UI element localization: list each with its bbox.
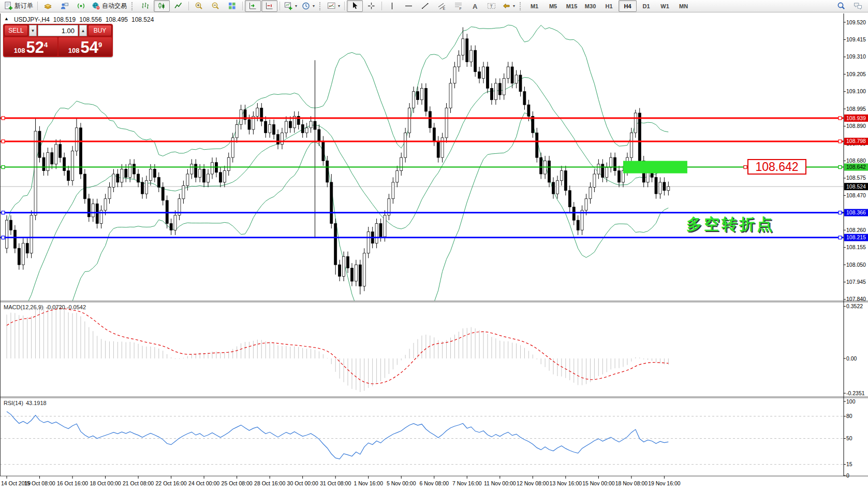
volume-input[interactable]	[38, 25, 78, 36]
text-icon: A	[470, 2, 479, 10]
crosshair-button[interactable]	[363, 0, 379, 12]
svg-text:15 Nov 00:00: 15 Nov 00:00	[582, 480, 615, 486]
cursor-button[interactable]	[347, 0, 363, 12]
svg-text:22 Oct 16:00: 22 Oct 16:00	[156, 480, 187, 486]
svg-text:108.995: 108.995	[846, 106, 866, 112]
ask-pips: 54	[80, 40, 98, 54]
cursor-icon	[350, 2, 359, 10]
svg-text:0: 0	[846, 472, 849, 479]
sell-price[interactable]: 108 52 4	[4, 37, 57, 56]
bid-point: 4	[44, 41, 48, 49]
open-value: 108.519	[53, 16, 76, 23]
toolbar-separator	[279, 2, 280, 10]
indicators-button[interactable]: ▾	[325, 0, 342, 12]
zoom-out-icon	[211, 2, 220, 10]
chart-profiles-button[interactable]: ▾	[300, 0, 317, 12]
hline-button[interactable]	[401, 0, 417, 12]
svg-text:109.520: 109.520	[846, 19, 866, 25]
tile-windows-button[interactable]	[224, 0, 240, 12]
chart-canvas[interactable]: 109.520109.415109.310109.205109.100108.9…	[0, 13, 868, 490]
timeframe-m5-button[interactable]: M5	[544, 0, 562, 12]
timeframe-w1-button[interactable]: W1	[656, 0, 674, 12]
channel-button[interactable]: E	[434, 0, 450, 12]
svg-text:12 Nov 08:00: 12 Nov 08:00	[517, 480, 549, 486]
toolbar-separator	[37, 2, 38, 10]
svg-text:28 Oct 16:00: 28 Oct 16:00	[254, 480, 285, 486]
timeframe-m15-button[interactable]: M15	[563, 0, 581, 12]
bar-chart-button[interactable]	[137, 0, 153, 12]
timeframe-m1-button[interactable]: M1	[525, 0, 543, 12]
svg-text:108.260: 108.260	[846, 227, 866, 233]
timeframe-d1-button[interactable]: D1	[637, 0, 655, 12]
zoom-out-button[interactable]	[208, 0, 224, 12]
timeframe-m30-button[interactable]: M30	[581, 0, 599, 12]
buy-price[interactable]: 108 54 9	[58, 37, 112, 56]
candles-layer	[6, 27, 670, 295]
low-value: 108.495	[106, 16, 128, 23]
bars-icon	[141, 2, 150, 10]
svg-text:-0.2351: -0.2351	[846, 390, 865, 396]
buy-button[interactable]: BUY	[88, 25, 112, 36]
label-button[interactable]: T	[483, 0, 499, 12]
chat-button[interactable]	[850, 0, 866, 12]
green-zone-rectangle[interactable]	[623, 161, 687, 174]
text-button[interactable]: A	[467, 0, 483, 12]
auto-scroll-button[interactable]	[245, 0, 261, 12]
arrows-button[interactable]: ▾	[500, 0, 517, 12]
sell-button[interactable]: SELL	[4, 25, 28, 36]
svg-text:80: 80	[846, 413, 852, 419]
ask-figure: 108	[68, 47, 80, 54]
volume-down-button[interactable]: ▼	[29, 25, 37, 36]
hline-icon	[404, 2, 413, 10]
rsi-line	[7, 412, 668, 459]
trendline-button[interactable]	[417, 0, 433, 12]
svg-text:15 Oct 08:00: 15 Oct 08:00	[24, 480, 55, 486]
macd-name: MACD(12,26,9)	[4, 304, 43, 310]
timeframe-h1-button[interactable]: H1	[600, 0, 618, 12]
bid-figure: 108	[14, 47, 25, 54]
market-watch-button[interactable]	[40, 0, 56, 12]
timeframe-h4-button[interactable]: H4	[619, 0, 637, 12]
signals-button[interactable]	[73, 0, 89, 12]
autotrade-button[interactable]: 自动交易	[90, 0, 129, 12]
main-price-pane	[0, 25, 844, 469]
crosshair-icon	[367, 2, 376, 10]
navigator-button[interactable]	[56, 0, 72, 12]
collapse-panel-icon[interactable]: ▲	[4, 16, 9, 23]
new-chart-button[interactable]: ▾	[282, 0, 299, 12]
zoom-in-button[interactable]	[191, 0, 207, 12]
fibonacci-button[interactable]: F	[450, 0, 466, 12]
vline-button[interactable]	[384, 0, 400, 12]
macd-signal-line	[7, 309, 668, 384]
candlestick-button[interactable]	[154, 0, 170, 12]
main-toolbar: 新订单自动交易▾▾▾EFAT▾M1M5M15M30H1H4D1W1MN	[0, 0, 868, 12]
new-order-button[interactable]: 新订单	[2, 0, 35, 12]
line-chart-button[interactable]	[170, 0, 186, 12]
svg-text:30 Oct 00:00: 30 Oct 00:00	[287, 480, 318, 486]
one-click-trading-panel: SELL ▼ ▲ BUY 108 52 4 108 54 9	[3, 24, 113, 57]
svg-text:108.470: 108.470	[846, 192, 866, 198]
mt4-window: 新订单自动交易▾▾▾EFAT▾M1M5M15M30H1H4D1W1MN 109.…	[0, 0, 868, 490]
svg-text:108.890: 108.890	[846, 123, 866, 129]
label-icon: T	[487, 2, 496, 10]
shapes-icon	[502, 2, 511, 10]
zoom-in-icon	[195, 2, 203, 10]
svg-text:100: 100	[846, 398, 856, 405]
fibo-icon: F	[454, 2, 463, 10]
search-button[interactable]	[833, 0, 849, 12]
chart-shift-button[interactable]	[261, 0, 277, 12]
svg-text:7 Nov 16:00: 7 Nov 16:00	[452, 480, 482, 486]
vline-icon	[388, 2, 396, 10]
timeframe-mn-button[interactable]: MN	[674, 0, 693, 12]
toolbar-grip	[319, 2, 322, 10]
volume-up-button[interactable]: ▲	[79, 25, 87, 36]
toolbar-separator	[188, 2, 189, 10]
rsi-name: RSI(14)	[4, 400, 23, 406]
svg-text:108.366: 108.366	[846, 209, 866, 215]
chinese-annotation[interactable]: 多空转折点	[686, 214, 774, 235]
dropdown-arrow-icon: ▾	[295, 4, 297, 8]
ask-point: 9	[98, 41, 102, 49]
toolbar-separator	[381, 2, 382, 10]
svg-text:109.415: 109.415	[846, 36, 866, 42]
price-text-label[interactable]: 108.642	[747, 159, 806, 175]
